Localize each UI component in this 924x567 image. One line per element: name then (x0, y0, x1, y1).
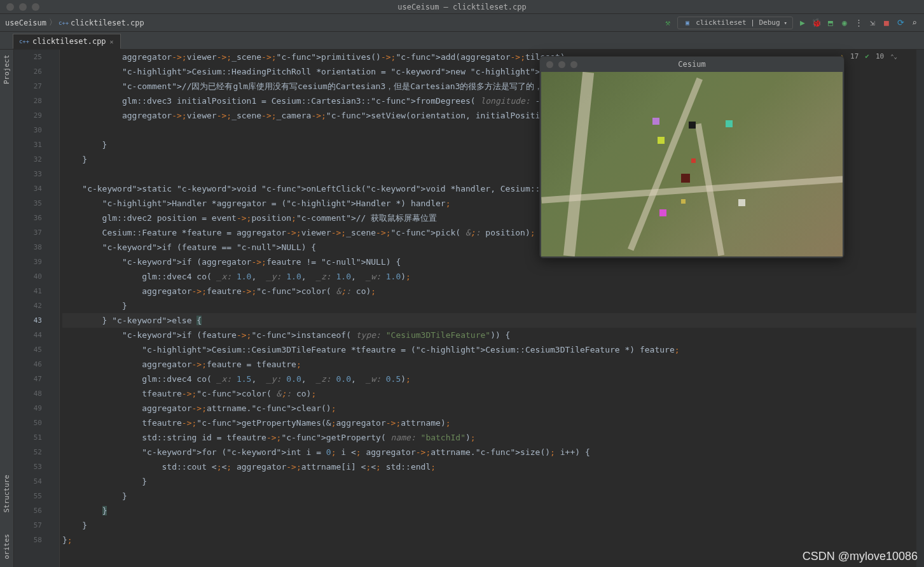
tile-marker[interactable] (726, 120, 733, 127)
project-tool-label[interactable]: Project (3, 50, 11, 89)
code-line[interactable]: }; (62, 533, 924, 547)
line-number[interactable]: 40 (14, 269, 42, 284)
tile-marker[interactable] (691, 158, 696, 163)
code-line[interactable]: tfeautre->;"c-func">getPropertyNames(&;a… (62, 416, 924, 430)
breadcrumb[interactable]: useCeisum 〉 c++ clicktileset.cpp (5, 17, 144, 28)
code-line[interactable]: glm::dvec4 co( _x: 1.0, _y: 1.0, _z: 1.0… (62, 269, 924, 284)
fold-gutter[interactable] (51, 50, 60, 567)
tile-marker[interactable] (681, 174, 690, 183)
line-number[interactable]: 33 (14, 167, 42, 181)
line-number[interactable]: 56 (14, 503, 42, 518)
minimize-window-button[interactable] (19, 3, 27, 11)
line-number[interactable]: 43 (14, 313, 42, 328)
code-line[interactable]: "c-keyword">for ("c-keyword">int i = 0; … (62, 445, 924, 459)
line-number[interactable]: 39 (14, 255, 42, 269)
line-number[interactable]: 54 (14, 474, 42, 489)
line-number[interactable]: 32 (14, 152, 42, 167)
line-number[interactable]: 53 (14, 459, 42, 474)
line-number[interactable]: 48 (14, 386, 42, 401)
line-number[interactable]: 36 (14, 211, 42, 225)
tile-marker[interactable] (681, 199, 686, 204)
line-number[interactable]: 34 (14, 181, 42, 196)
line-number[interactable]: 55 (14, 489, 42, 503)
tile-marker[interactable] (659, 209, 666, 216)
line-number[interactable]: 35 (14, 196, 42, 211)
line-number[interactable]: 28 (14, 94, 42, 108)
code-line[interactable]: } (62, 518, 924, 533)
editor-scrollbar[interactable] (916, 50, 924, 567)
run-configuration-selector[interactable]: ▣ clicktileset | Debug ▾ (677, 17, 793, 29)
cesium-render-window[interactable]: Cesium (539, 56, 845, 258)
line-number[interactable]: 52 (14, 445, 42, 459)
tile-marker[interactable] (652, 118, 659, 125)
line-number[interactable]: 49 (14, 401, 42, 416)
code-line[interactable]: aggregator->;feautre->;"c-func">color( &… (62, 284, 924, 298)
code-line[interactable]: } (62, 298, 924, 313)
profiler-icon[interactable]: ◉ (840, 18, 849, 27)
line-number-gutter[interactable]: 25 26 27 28 29 30 31 32 33 34 35 36 37 3… (14, 50, 51, 567)
update-icon[interactable]: ⟳ (896, 18, 905, 27)
cesium-3d-canvas[interactable] (541, 72, 843, 256)
code-line[interactable]: } (62, 503, 924, 518)
inspection-indicators[interactable]: ⚠ 17 ✔ 10 ⌃⌄ (839, 52, 897, 60)
breadcrumb-file[interactable]: clicktileset.cpp (71, 18, 144, 27)
line-number[interactable]: 47 (14, 372, 42, 386)
maximize-icon[interactable] (570, 61, 577, 68)
line-number[interactable]: 58 (14, 533, 42, 547)
code-line[interactable]: glm::dvec4 co( _x: 1.5, _y: 0.0, _z: 0.0… (62, 372, 924, 386)
code-line[interactable]: std::cout <;<; aggregator->;attrname[i] … (62, 459, 924, 474)
line-number[interactable]: 42 (14, 298, 42, 313)
close-icon[interactable] (546, 61, 553, 68)
target-icon: ▣ (683, 18, 692, 27)
build-hammer-icon[interactable]: ⚒ (663, 18, 672, 27)
run-config-label: clicktileset | Debug (696, 18, 780, 27)
attach-debugger-icon[interactable]: ⇲ (868, 18, 877, 27)
ok-tick-icon[interactable]: ✔ (865, 52, 869, 60)
code-line[interactable]: "c-keyword">if (feature->;"c-func">insta… (62, 328, 924, 342)
line-number[interactable]: 57 (14, 518, 42, 533)
line-number[interactable]: 37 (14, 225, 42, 240)
favorites-tool-label[interactable]: orites (3, 529, 11, 564)
run-button-icon[interactable]: ▶ (798, 18, 807, 27)
close-window-button[interactable] (6, 3, 14, 11)
maximize-window-button[interactable] (32, 3, 39, 11)
code-line[interactable]: } "c-keyword">else { (62, 313, 924, 328)
tile-marker[interactable] (689, 122, 696, 129)
breadcrumb-project[interactable]: useCeisum (5, 18, 46, 27)
line-number[interactable]: 25 (14, 50, 42, 64)
line-number[interactable]: 31 (14, 137, 42, 152)
line-number[interactable]: 29 (14, 108, 42, 123)
code-line[interactable]: tfeautre->;"c-func">color( &;: co); (62, 386, 924, 401)
line-number[interactable]: 51 (14, 430, 42, 445)
line-number[interactable]: 50 (14, 416, 42, 430)
chevron-up-down-icon[interactable]: ⌃⌄ (890, 53, 897, 60)
line-number[interactable]: 41 (14, 284, 42, 298)
close-tab-icon[interactable]: ✕ (110, 38, 114, 45)
line-number[interactable]: 45 (14, 342, 42, 357)
tile-marker[interactable] (658, 137, 665, 144)
search-everywhere-icon[interactable]: ⌕ (910, 18, 919, 27)
stop-button-icon[interactable]: ■ (882, 18, 891, 27)
code-line[interactable]: } (62, 474, 924, 489)
code-line[interactable]: std::string id = tfeautre->;"c-func">get… (62, 430, 924, 445)
editor-tab-clicktileset[interactable]: c++ clicktileset.cpp ✕ (13, 34, 121, 49)
line-number[interactable]: 26 (14, 64, 42, 79)
code-line[interactable]: aggregator->;attrname."c-func">clear(); (62, 401, 924, 416)
line-number[interactable]: 30 (14, 123, 42, 137)
structure-tool-label[interactable]: Structure (3, 470, 11, 518)
tile-marker[interactable] (738, 199, 745, 206)
code-line[interactable]: } (62, 489, 924, 503)
attach-icon[interactable]: ⋮ (854, 18, 863, 27)
line-number[interactable]: 46 (14, 357, 42, 372)
line-number[interactable]: 38 (14, 240, 42, 255)
code-line[interactable]: aggregator->;feautre = tfeautre; (62, 357, 924, 372)
warning-count: 17 (850, 52, 858, 60)
breadcrumb-separator: 〉 (49, 17, 57, 28)
coverage-icon[interactable]: ⬒ (826, 18, 835, 27)
line-number[interactable]: 27 (14, 79, 42, 94)
line-number[interactable]: 44 (14, 328, 42, 342)
code-line[interactable]: "c-highlight">Cesium::Cesium3DTileFeatur… (62, 342, 924, 357)
minimize-icon[interactable] (558, 61, 565, 68)
cesium-window-titlebar[interactable]: Cesium (540, 57, 844, 72)
debug-button-icon[interactable]: 🐞 (812, 18, 821, 27)
